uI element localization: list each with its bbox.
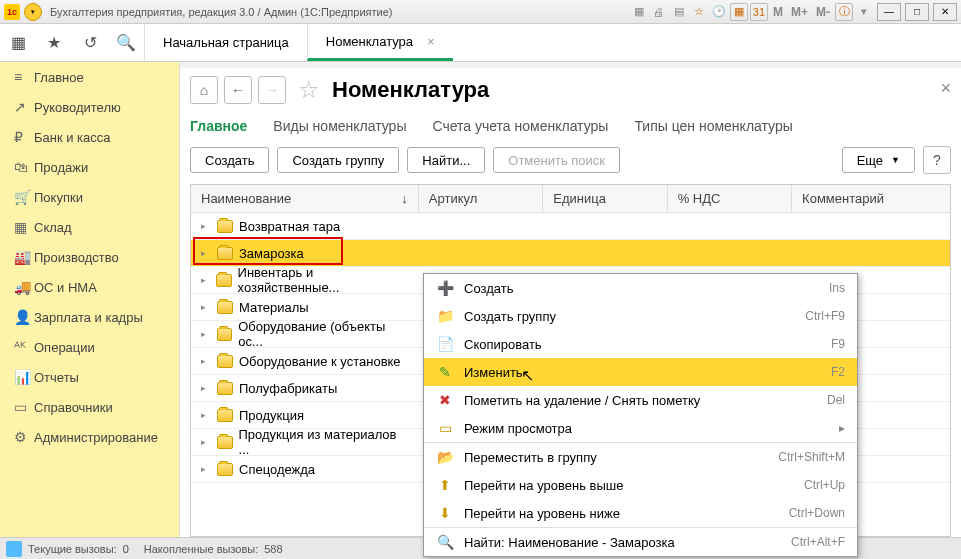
menu-item[interactable]: 📂Переместить в группуCtrl+Shift+M xyxy=(424,443,857,471)
table-header: Наименование↓ Артикул Единица % НДС Комм… xyxy=(191,185,950,213)
menu-item[interactable]: 🔍Найти: Наименование - ЗамарозкаCtrl+Alt… xyxy=(424,528,857,556)
menu-label: Найти: Наименование - Замарозка xyxy=(464,535,781,550)
menu-shortcut: Ctrl+Shift+M xyxy=(778,450,845,464)
sidebar-item[interactable]: ▭Справочники xyxy=(0,392,179,422)
sidebar-item[interactable]: ≡Главное xyxy=(0,62,179,92)
expand-icon[interactable]: ▸ xyxy=(201,437,211,447)
table-row[interactable]: ▸Возвратная тара xyxy=(191,213,950,240)
sidebar-item[interactable]: 🛒Покупки xyxy=(0,182,179,212)
menu-shortcut: F9 xyxy=(831,337,845,351)
sidebar-item[interactable]: ⚙Администрирование xyxy=(0,422,179,452)
create-group-button[interactable]: Создать группу xyxy=(277,147,399,173)
calc-icon[interactable]: ▦ xyxy=(730,3,748,21)
subtab-accounts[interactable]: Счета учета номенклатуры xyxy=(432,118,608,134)
more-button[interactable]: Еще▼ xyxy=(842,147,915,173)
menu-item[interactable]: ▭Режим просмотра▸ xyxy=(424,414,857,442)
menu-label: Пометить на удаление / Снять пометку xyxy=(464,393,817,408)
current-calls-value: 0 xyxy=(123,543,129,555)
tab-nomenclature[interactable]: Номенклатура× xyxy=(307,24,453,61)
folder-icon xyxy=(217,301,233,314)
cell-name: ▸Замарозка xyxy=(191,246,419,261)
close-page-icon[interactable]: × xyxy=(940,78,951,99)
menu-item[interactable]: ✎ИзменитьF2 xyxy=(424,358,857,386)
tab-close-icon[interactable]: × xyxy=(427,34,435,49)
subtab-main[interactable]: Главное xyxy=(190,118,247,134)
sidebar-item[interactable]: 👤Зарплата и кадры xyxy=(0,302,179,332)
star-icon[interactable]: ★ xyxy=(36,24,72,61)
titlebar-icon[interactable]: 🖨 xyxy=(650,3,668,21)
m-button[interactable]: M xyxy=(770,5,786,19)
menu-label: Перейти на уровень выше xyxy=(464,478,794,493)
sidebar-item[interactable]: ₽Банк и касса xyxy=(0,122,179,152)
history-icon[interactable]: ↺ xyxy=(72,24,108,61)
minimize-button[interactable]: — xyxy=(877,3,901,21)
expand-icon[interactable]: ▸ xyxy=(201,410,211,420)
col-name[interactable]: Наименование↓ xyxy=(191,185,419,212)
expand-icon[interactable]: ▸ xyxy=(201,221,211,231)
expand-icon[interactable]: ▸ xyxy=(201,383,211,393)
expand-icon[interactable]: ▸ xyxy=(201,302,211,312)
cell-name: ▸Возвратная тара xyxy=(191,219,419,234)
apps-grid-icon[interactable]: ▦ xyxy=(0,24,36,61)
sidebar-item[interactable]: 🏭Производство xyxy=(0,242,179,272)
expand-icon[interactable]: ▸ xyxy=(201,275,210,285)
maximize-button[interactable]: □ xyxy=(905,3,929,21)
dropdown-icon[interactable]: ▾ xyxy=(855,3,873,21)
titlebar-icon[interactable]: ▦ xyxy=(630,3,648,21)
tab-home[interactable]: Начальная страница xyxy=(144,24,307,61)
menu-item[interactable]: 📁Создать группуCtrl+F9 xyxy=(424,302,857,330)
more-label: Еще xyxy=(857,153,883,168)
subtab-prices[interactable]: Типы цен номенклатуры xyxy=(634,118,792,134)
sidebar-item[interactable]: ↗Руководителю xyxy=(0,92,179,122)
search-icon[interactable]: 🔍 xyxy=(108,24,144,61)
expand-icon[interactable]: ▸ xyxy=(201,464,211,474)
history-icon[interactable]: 🕑 xyxy=(710,3,728,21)
favorite-star-icon[interactable]: ☆ xyxy=(298,76,320,104)
menu-item[interactable]: 📄СкопироватьF9 xyxy=(424,330,857,358)
col-unit[interactable]: Единица xyxy=(543,185,667,212)
menu-label: Создать группу xyxy=(464,309,795,324)
sidebar-item[interactable]: 🛍Продажи xyxy=(0,152,179,182)
nav-icon: ⚙ xyxy=(14,429,34,445)
app-menu-dropdown[interactable]: ▾ xyxy=(24,3,42,21)
forward-button[interactable]: → xyxy=(258,76,286,104)
nav-icon: ↗ xyxy=(14,99,34,115)
expand-icon[interactable]: ▸ xyxy=(201,356,211,366)
cancel-find-button[interactable]: Отменить поиск xyxy=(493,147,620,173)
menu-label: Создать xyxy=(464,281,819,296)
menu-item[interactable]: ✖Пометить на удаление / Снять пометкуDel xyxy=(424,386,857,414)
menu-shortcut: Del xyxy=(827,393,845,407)
nav-icon: 🛍 xyxy=(14,159,34,175)
menu-item[interactable]: ⬇Перейти на уровень нижеCtrl+Down xyxy=(424,499,857,527)
help-button[interactable]: ? xyxy=(923,146,951,174)
expand-icon[interactable]: ▸ xyxy=(201,248,211,258)
favorite-icon[interactable]: ☆ xyxy=(690,3,708,21)
sidebar-item[interactable]: 📊Отчеты xyxy=(0,362,179,392)
calendar-icon[interactable]: 31 xyxy=(750,3,768,21)
nav-label: Банк и касса xyxy=(34,130,111,145)
col-comment[interactable]: Комментарий xyxy=(792,185,950,212)
stored-calls-label: Накопленные вызовы: xyxy=(144,543,258,555)
create-button[interactable]: Создать xyxy=(190,147,269,173)
subtab-types[interactable]: Виды номенклатуры xyxy=(273,118,406,134)
m-minus-button[interactable]: M- xyxy=(813,5,833,19)
back-button[interactable]: ← xyxy=(224,76,252,104)
titlebar-icon[interactable]: ▤ xyxy=(670,3,688,21)
table-row[interactable]: ▸Замарозка xyxy=(191,240,950,267)
nav-label: Производство xyxy=(34,250,119,265)
nav-label: Операции xyxy=(34,340,95,355)
col-vat[interactable]: % НДС xyxy=(668,185,792,212)
main-toolbar: ▦ ★ ↺ 🔍 Начальная страница Номенклатура× xyxy=(0,24,961,62)
col-article[interactable]: Артикул xyxy=(419,185,543,212)
menu-item[interactable]: ⬆Перейти на уровень вышеCtrl+Up xyxy=(424,471,857,499)
m-plus-button[interactable]: M+ xyxy=(788,5,811,19)
close-button[interactable]: ✕ xyxy=(933,3,957,21)
menu-item[interactable]: ➕СоздатьIns xyxy=(424,274,857,302)
sidebar-item[interactable]: ▦Склад xyxy=(0,212,179,242)
sidebar-item[interactable]: 🚚ОС и НМА xyxy=(0,272,179,302)
info-icon[interactable]: ⓘ xyxy=(835,3,853,21)
home-button[interactable]: ⌂ xyxy=(190,76,218,104)
find-button[interactable]: Найти... xyxy=(407,147,485,173)
sidebar-item[interactable]: ᴬᴷОперации xyxy=(0,332,179,362)
expand-icon[interactable]: ▸ xyxy=(201,329,211,339)
